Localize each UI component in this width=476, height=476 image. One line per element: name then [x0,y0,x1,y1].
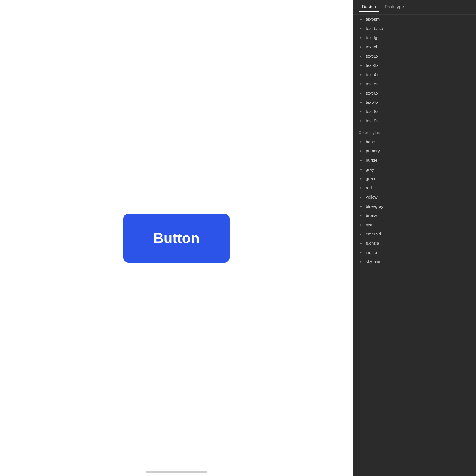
color-style-item[interactable]: ▶ green [353,174,476,183]
chevron-right-icon: ▶ [359,149,363,153]
color-style-list: ▶ base ▶ primary ▶ purple ▶ gray ▶ green… [353,137,476,266]
color-style-label: base [366,139,375,144]
color-style-item[interactable]: ▶ red [353,183,476,192]
chevron-right-icon: ▶ [359,158,363,162]
color-style-label: cyan [366,222,375,227]
text-style-label: text-sm [366,17,380,22]
color-styles-header: Color styles [353,125,476,137]
text-style-item[interactable]: ▶ text-9xl [353,116,476,125]
chevron-right-icon: ▶ [359,36,363,40]
chevron-right-icon: ▶ [359,100,363,105]
chevron-right-icon: ▶ [359,91,363,95]
text-style-item[interactable]: ▶ text-4xl [353,70,476,79]
color-style-item[interactable]: ▶ emerald [353,229,476,239]
button-preview[interactable]: Button [123,214,230,263]
chevron-right-icon: ▶ [359,213,363,218]
color-style-item[interactable]: ▶ base [353,137,476,146]
color-style-label: fuchsia [366,241,379,246]
tab-design[interactable]: Design [359,3,379,12]
chevron-right-icon: ▶ [359,186,363,190]
text-style-label: text-9xl [366,118,379,123]
chevron-right-icon: ▶ [359,54,363,58]
color-style-label: blue-gray [366,204,383,209]
canvas-area: Button [0,0,353,476]
color-style-item[interactable]: ▶ indigo [353,248,476,257]
color-style-item[interactable]: ▶ yellow [353,192,476,202]
text-style-label: text-2xl [366,54,379,58]
text-style-item[interactable]: ▶ text-sm [353,15,476,24]
color-style-item[interactable]: ▶ primary [353,146,476,155]
color-style-item[interactable]: ▶ blue-gray [353,202,476,211]
color-style-item[interactable]: ▶ cyan [353,220,476,229]
chevron-right-icon: ▶ [359,26,363,31]
text-style-label: text-5xl [366,81,379,86]
chevron-right-icon: ▶ [359,176,363,181]
text-style-item[interactable]: ▶ text-base [353,24,476,33]
text-style-item[interactable]: ▶ text-lg [353,33,476,42]
chevron-right-icon: ▶ [359,63,363,68]
text-style-item[interactable]: ▶ text-xl [353,42,476,51]
chevron-right-icon: ▶ [359,195,363,199]
color-style-item[interactable]: ▶ fuchsia [353,239,476,248]
chevron-right-icon: ▶ [359,17,363,22]
color-style-label: primary [366,149,380,153]
color-style-item[interactable]: ▶ sky-blue [353,257,476,266]
color-style-label: gray [366,167,374,172]
canvas-scrollbar-h[interactable] [146,471,207,473]
color-style-item[interactable]: ▶ purple [353,155,476,165]
color-style-label: indigo [366,250,377,255]
color-style-label: bronze [366,213,379,218]
chevron-right-icon: ▶ [359,232,363,236]
chevron-right-icon: ▶ [359,167,363,172]
text-style-label: text-3xl [366,63,379,68]
chevron-right-icon: ▶ [359,241,363,246]
chevron-right-icon: ▶ [359,140,363,144]
text-style-item[interactable]: ▶ text-7xl [353,98,476,107]
color-style-item[interactable]: ▶ gray [353,165,476,174]
tab-bar: Design Prototype [353,0,476,15]
text-style-item[interactable]: ▶ text-5xl [353,79,476,88]
button-preview-label: Button [153,230,199,246]
text-style-item[interactable]: ▶ text-3xl [353,61,476,70]
color-style-label: yellow [366,195,378,199]
color-style-label: purple [366,158,378,162]
text-style-label: text-7xl [366,100,379,105]
color-style-label: emerald [366,232,381,236]
tab-prototype[interactable]: Prototype [381,3,407,12]
chevron-right-icon: ▶ [359,45,363,49]
text-style-label: text-base [366,26,383,31]
text-style-item[interactable]: ▶ text-8xl [353,107,476,116]
chevron-right-icon: ▶ [359,109,363,114]
color-style-item[interactable]: ▶ bronze [353,211,476,220]
text-style-label: text-4xl [366,72,379,77]
chevron-right-icon: ▶ [359,72,363,77]
text-style-label: text-lg [366,35,377,40]
chevron-right-icon: ▶ [359,250,363,255]
right-panel: Design Prototype ▶ text-sm ▶ text-base ▶… [353,0,476,476]
text-style-item[interactable]: ▶ text-2xl [353,51,476,61]
panel-content[interactable]: ▶ text-sm ▶ text-base ▶ text-lg ▶ text-x… [353,15,476,476]
chevron-right-icon: ▶ [359,204,363,209]
text-style-list: ▶ text-sm ▶ text-base ▶ text-lg ▶ text-x… [353,15,476,125]
text-style-item[interactable]: ▶ text-6xl [353,88,476,98]
chevron-right-icon: ▶ [359,223,363,227]
text-style-label: text-8xl [366,109,379,114]
color-style-label: sky-blue [366,259,381,264]
text-style-label: text-6xl [366,91,379,95]
chevron-right-icon: ▶ [359,260,363,264]
text-style-label: text-xl [366,44,377,49]
chevron-right-icon: ▶ [359,119,363,123]
color-style-label: green [366,176,376,181]
color-style-label: red [366,185,372,190]
chevron-right-icon: ▶ [359,82,363,86]
